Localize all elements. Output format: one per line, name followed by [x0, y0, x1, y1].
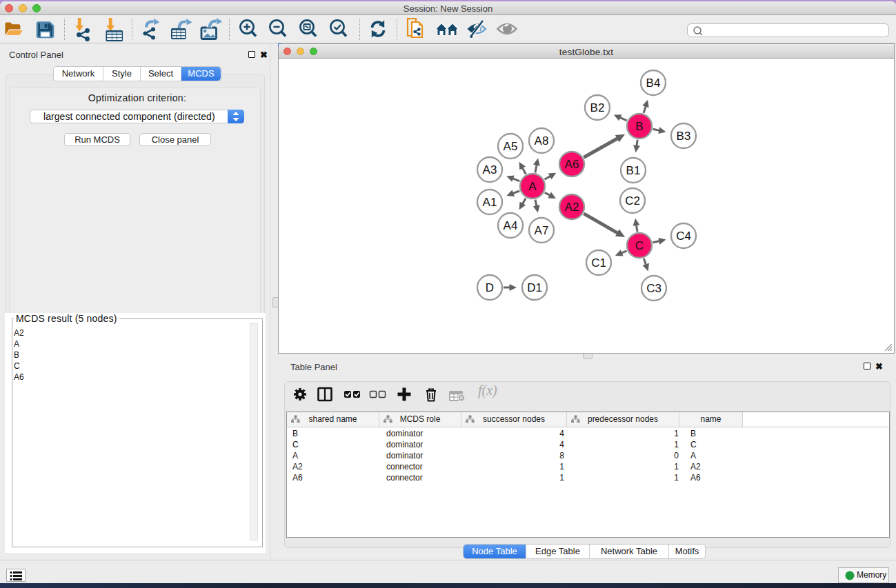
svg-text:C: C: [635, 239, 644, 252]
svg-text:B1: B1: [626, 164, 641, 177]
svg-text:A8: A8: [535, 134, 549, 148]
svg-text:B: B: [635, 120, 643, 133]
svg-text:C1: C1: [591, 256, 606, 270]
svg-text:A1: A1: [483, 196, 497, 209]
svg-text:A: A: [528, 180, 537, 193]
svg-text:D1: D1: [527, 281, 542, 294]
svg-text:C2: C2: [625, 194, 640, 207]
svg-text:A6: A6: [565, 158, 579, 171]
svg-text:A7: A7: [535, 224, 549, 237]
svg-text:A3: A3: [483, 163, 497, 176]
svg-text:B2: B2: [590, 101, 605, 114]
svg-text:C3: C3: [646, 282, 661, 295]
svg-text:A5: A5: [504, 140, 518, 153]
svg-text:A2: A2: [565, 201, 579, 214]
svg-text:A4: A4: [504, 219, 518, 232]
svg-text:B3: B3: [677, 130, 691, 143]
svg-text:C4: C4: [676, 230, 691, 243]
svg-text:D: D: [486, 281, 494, 294]
svg-text:B4: B4: [646, 77, 661, 90]
